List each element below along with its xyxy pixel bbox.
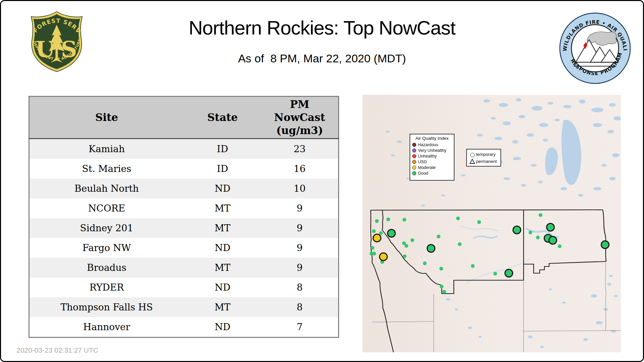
site-marker-good-small	[423, 261, 427, 265]
cell-state: MT	[184, 198, 261, 218]
table-row: Fargo NWND9	[29, 238, 339, 258]
cell-value: 9	[261, 218, 339, 238]
cell-state: ID	[184, 159, 261, 179]
cell-site: RYDER	[29, 278, 184, 297]
page-subtitle: As of 8 PM, Mar 22, 2020 (MDT)	[1, 52, 643, 65]
column-header-pm: PM NowCast (ug/m3)	[261, 97, 339, 139]
legend-row-temporary: temporary	[470, 151, 500, 158]
permanent-label: permanent	[476, 159, 497, 164]
cell-site: Sidney 201	[29, 218, 184, 238]
site-marker-good-small	[405, 244, 408, 248]
table-row: RYDERND8	[29, 278, 339, 297]
site-marker-moderate-large	[373, 234, 381, 242]
cell-value: 7	[261, 317, 339, 338]
aqi-legend-label: Unhealthy	[418, 154, 437, 159]
cell-site: Thompson Falls HS	[29, 297, 184, 317]
aqi-legend-item: Good	[412, 170, 452, 176]
cell-value: 8	[261, 278, 339, 297]
table-row: NCOREMT9	[29, 198, 339, 218]
site-marker-good-small	[440, 285, 443, 288]
legend-row-permanent: permanent	[470, 158, 500, 165]
permanent-triangle-icon	[470, 159, 475, 164]
aqi-color-dot	[412, 171, 416, 175]
aqi-color-dot	[412, 154, 416, 158]
site-marker-good-large	[601, 240, 609, 249]
aqi-legend-items: HazardousVery UnhealthyUnhealthyUSGModer…	[412, 142, 452, 176]
cell-state: ND	[184, 238, 261, 258]
cell-site: Fargo NW	[29, 238, 184, 258]
cell-site: St. Maries	[29, 159, 184, 179]
table-row: BroadusMT9	[29, 258, 339, 278]
site-marker-good-small	[477, 220, 481, 224]
site-marker-good-large	[548, 236, 557, 245]
temporary-label: temporary	[476, 152, 496, 157]
cell-value: 23	[261, 139, 339, 159]
site-marker-good-small	[539, 213, 542, 217]
table-header-row: Site State PM NowCast (ug/m3)	[29, 97, 339, 139]
report-slide: FOREST SERVICE DEPARTMENT OF AGRICULTURE…	[0, 0, 644, 362]
site-marker-good-small	[458, 242, 462, 246]
site-marker-good-small	[437, 235, 440, 238]
cell-state: ND	[184, 278, 261, 297]
site-marker-good-small	[456, 217, 460, 220]
site-marker-good-small	[371, 246, 374, 250]
site-marker-good-small	[386, 218, 390, 221]
aqi-map: Air Quality Index HazardousVery Unhealth…	[363, 95, 621, 352]
cell-state: MT	[184, 218, 261, 238]
table-body: KamiahID23St. MariesID16Beulah NorthND10…	[29, 139, 339, 338]
cell-state: ND	[184, 179, 261, 198]
site-marker-good-large	[504, 269, 513, 278]
site-marker-good-small	[439, 267, 443, 270]
table-row: Beulah NorthND10	[29, 179, 339, 198]
aqi-color-dot	[412, 143, 416, 147]
cell-value: 9	[261, 258, 339, 278]
cell-value: 9	[261, 198, 339, 218]
cell-site: Broadus	[29, 258, 184, 278]
cell-state: MT	[184, 297, 261, 317]
table-row: Sidney 201MT9	[29, 218, 339, 238]
site-marker-good-small	[529, 231, 532, 234]
nowcast-table: Site State PM NowCast (ug/m3) KamiahID23…	[29, 96, 339, 338]
column-header-state: State	[184, 97, 261, 139]
table-row: KamiahID23	[29, 139, 339, 159]
cell-value: 8	[261, 297, 339, 317]
cell-site: Beulah North	[29, 179, 184, 198]
generation-timestamp: 2020-03-23 02:31:27 UTC	[16, 346, 98, 354]
page-title: Northern Rockies: Top NowCast	[1, 16, 643, 39]
table-row: St. MariesID16	[29, 159, 339, 179]
site-marker-good-large	[387, 229, 396, 238]
cell-state: ID	[184, 139, 261, 159]
aqi-legend-label: Good	[418, 171, 428, 176]
cell-value: 9	[261, 238, 339, 258]
site-marker-good-small	[372, 252, 376, 255]
aqi-legend-item: Hazardous	[412, 142, 452, 147]
aqi-color-dot	[412, 160, 416, 164]
wfaqrp-logo: WILDLAND FIRE • AIR QUALITY RESPONSE PRO…	[558, 12, 632, 85]
aqi-legend-title: Air Quality Index	[412, 136, 452, 141]
aqi-color-dot	[412, 148, 416, 153]
aqi-legend: Air Quality Index HazardousVery Unhealth…	[410, 134, 454, 181]
cell-value: 10	[261, 179, 339, 198]
aqi-legend-label: USG	[418, 160, 427, 164]
site-marker-good-small	[375, 219, 379, 223]
cell-state: ND	[184, 317, 261, 338]
table-row: HannoverND7	[29, 317, 339, 338]
table-row: Thompson Falls HSMT8	[29, 297, 339, 317]
site-marker-good-small	[411, 238, 414, 242]
site-marker-good-small	[372, 229, 376, 233]
cell-site: Hannover	[29, 317, 184, 338]
aqi-color-dot	[412, 166, 416, 170]
cell-site: Kamiah	[29, 139, 184, 159]
temporary-circle-icon	[470, 153, 475, 157]
aqi-legend-item: Moderate	[412, 165, 452, 170]
aqi-legend-label: Moderate	[418, 165, 436, 170]
site-marker-good-small	[402, 218, 406, 222]
site-marker-good-large	[546, 223, 555, 232]
marker-type-legend: temporary permanent	[466, 149, 501, 167]
map-background	[363, 95, 621, 352]
site-marker-good-small	[442, 290, 446, 294]
site-marker-good-small	[536, 236, 540, 239]
cell-site: NCORE	[29, 198, 184, 218]
nowcast-table-container: Site State PM NowCast (ug/m3) KamiahID23…	[29, 96, 339, 338]
site-marker-good-small	[403, 254, 407, 258]
